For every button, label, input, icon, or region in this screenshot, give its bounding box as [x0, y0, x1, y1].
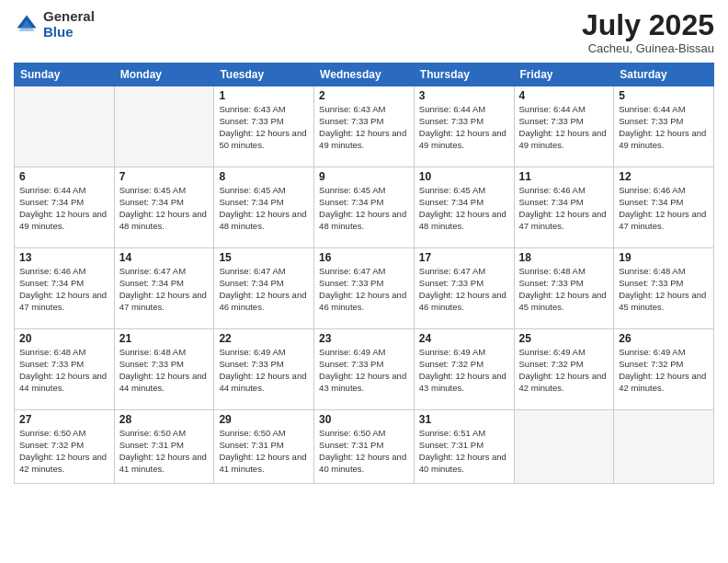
day-info: Sunrise: 6:44 AM Sunset: 7:34 PM Dayligh…: [19, 185, 109, 232]
day-number: 31: [419, 413, 509, 426]
day-cell: 17Sunrise: 6:47 AM Sunset: 7:33 PM Dayli…: [414, 248, 514, 329]
day-cell: 13Sunrise: 6:46 AM Sunset: 7:34 PM Dayli…: [15, 248, 115, 329]
week-row-5: 27Sunrise: 6:50 AM Sunset: 7:32 PM Dayli…: [15, 410, 714, 484]
day-cell: 19Sunrise: 6:48 AM Sunset: 7:33 PM Dayli…: [614, 248, 714, 329]
day-info: Sunrise: 6:50 AM Sunset: 7:31 PM Dayligh…: [319, 428, 409, 475]
day-number: 8: [219, 170, 309, 183]
day-number: 10: [419, 170, 509, 183]
day-info: Sunrise: 6:50 AM Sunset: 7:31 PM Dayligh…: [219, 428, 309, 475]
title-block: July 2025 Cacheu, Guinea-Bissau: [582, 9, 714, 55]
week-row-3: 13Sunrise: 6:46 AM Sunset: 7:34 PM Dayli…: [15, 248, 714, 329]
day-info: Sunrise: 6:49 AM Sunset: 7:32 PM Dayligh…: [419, 347, 509, 394]
day-cell: 20Sunrise: 6:48 AM Sunset: 7:33 PM Dayli…: [15, 329, 115, 410]
logo-blue: Blue: [43, 25, 95, 40]
day-info: Sunrise: 6:49 AM Sunset: 7:32 PM Dayligh…: [619, 347, 709, 394]
day-cell: 27Sunrise: 6:50 AM Sunset: 7:32 PM Dayli…: [15, 410, 115, 484]
day-number: 4: [519, 89, 609, 102]
calendar-header-sunday: Sunday: [15, 63, 115, 86]
calendar: SundayMondayTuesdayWednesdayThursdayFrid…: [14, 63, 714, 484]
day-cell: 1Sunrise: 6:43 AM Sunset: 7:33 PM Daylig…: [214, 86, 314, 167]
day-info: Sunrise: 6:49 AM Sunset: 7:32 PM Dayligh…: [519, 347, 609, 394]
day-info: Sunrise: 6:46 AM Sunset: 7:34 PM Dayligh…: [619, 185, 709, 232]
calendar-header-wednesday: Wednesday: [314, 63, 415, 86]
day-info: Sunrise: 6:43 AM Sunset: 7:33 PM Dayligh…: [219, 104, 309, 151]
day-cell: [114, 86, 214, 167]
day-number: 12: [619, 170, 709, 183]
day-info: Sunrise: 6:49 AM Sunset: 7:33 PM Dayligh…: [219, 347, 309, 394]
location: Cacheu, Guinea-Bissau: [582, 41, 714, 55]
day-cell: 10Sunrise: 6:45 AM Sunset: 7:34 PM Dayli…: [414, 167, 514, 248]
day-number: 23: [319, 332, 409, 345]
day-number: 15: [219, 251, 309, 264]
day-number: 5: [619, 89, 709, 102]
logo: General Blue: [14, 9, 95, 40]
day-info: Sunrise: 6:49 AM Sunset: 7:33 PM Dayligh…: [319, 347, 409, 394]
day-info: Sunrise: 6:48 AM Sunset: 7:33 PM Dayligh…: [19, 347, 109, 394]
week-row-4: 20Sunrise: 6:48 AM Sunset: 7:33 PM Dayli…: [15, 329, 714, 410]
day-number: 14: [119, 251, 210, 264]
day-number: 1: [219, 89, 309, 102]
calendar-header-thursday: Thursday: [414, 63, 514, 86]
day-info: Sunrise: 6:48 AM Sunset: 7:33 PM Dayligh…: [519, 266, 609, 313]
day-info: Sunrise: 6:47 AM Sunset: 7:33 PM Dayligh…: [319, 266, 409, 313]
day-number: 16: [319, 251, 409, 264]
day-number: 24: [419, 332, 509, 345]
calendar-header-tuesday: Tuesday: [214, 63, 314, 86]
day-number: 28: [119, 413, 210, 426]
day-cell: 7Sunrise: 6:45 AM Sunset: 7:34 PM Daylig…: [114, 167, 214, 248]
day-number: 17: [419, 251, 509, 264]
day-number: 20: [19, 332, 109, 345]
day-cell: 8Sunrise: 6:45 AM Sunset: 7:34 PM Daylig…: [214, 167, 314, 248]
day-cell: 30Sunrise: 6:50 AM Sunset: 7:31 PM Dayli…: [314, 410, 415, 484]
day-info: Sunrise: 6:50 AM Sunset: 7:32 PM Dayligh…: [19, 428, 109, 475]
day-info: Sunrise: 6:47 AM Sunset: 7:34 PM Dayligh…: [119, 266, 210, 313]
day-cell: [614, 410, 714, 484]
day-number: 22: [219, 332, 309, 345]
day-cell: 2Sunrise: 6:43 AM Sunset: 7:33 PM Daylig…: [314, 86, 415, 167]
day-cell: 15Sunrise: 6:47 AM Sunset: 7:34 PM Dayli…: [214, 248, 314, 329]
calendar-header-saturday: Saturday: [614, 63, 714, 86]
day-cell: 16Sunrise: 6:47 AM Sunset: 7:33 PM Dayli…: [314, 248, 415, 329]
header: General Blue July 2025 Cacheu, Guinea-Bi…: [14, 9, 714, 55]
day-number: 13: [19, 251, 109, 264]
day-info: Sunrise: 6:48 AM Sunset: 7:33 PM Dayligh…: [119, 347, 210, 394]
day-info: Sunrise: 6:44 AM Sunset: 7:33 PM Dayligh…: [419, 104, 509, 151]
day-info: Sunrise: 6:47 AM Sunset: 7:34 PM Dayligh…: [219, 266, 309, 313]
day-cell: 6Sunrise: 6:44 AM Sunset: 7:34 PM Daylig…: [15, 167, 115, 248]
day-number: 21: [119, 332, 210, 345]
day-number: 9: [319, 170, 409, 183]
day-cell: 9Sunrise: 6:45 AM Sunset: 7:34 PM Daylig…: [314, 167, 415, 248]
calendar-header-row: SundayMondayTuesdayWednesdayThursdayFrid…: [15, 63, 714, 86]
day-cell: 22Sunrise: 6:49 AM Sunset: 7:33 PM Dayli…: [214, 329, 314, 410]
day-cell: 31Sunrise: 6:51 AM Sunset: 7:31 PM Dayli…: [414, 410, 514, 484]
day-number: 30: [319, 413, 409, 426]
day-cell: 26Sunrise: 6:49 AM Sunset: 7:32 PM Dayli…: [614, 329, 714, 410]
day-cell: 29Sunrise: 6:50 AM Sunset: 7:31 PM Dayli…: [214, 410, 314, 484]
day-cell: 14Sunrise: 6:47 AM Sunset: 7:34 PM Dayli…: [114, 248, 214, 329]
day-info: Sunrise: 6:46 AM Sunset: 7:34 PM Dayligh…: [19, 266, 109, 313]
day-info: Sunrise: 6:48 AM Sunset: 7:33 PM Dayligh…: [619, 266, 709, 313]
day-cell: 4Sunrise: 6:44 AM Sunset: 7:33 PM Daylig…: [514, 86, 614, 167]
day-cell: 18Sunrise: 6:48 AM Sunset: 7:33 PM Dayli…: [514, 248, 614, 329]
day-info: Sunrise: 6:51 AM Sunset: 7:31 PM Dayligh…: [419, 428, 509, 475]
day-cell: [514, 410, 614, 484]
week-row-2: 6Sunrise: 6:44 AM Sunset: 7:34 PM Daylig…: [15, 167, 714, 248]
day-info: Sunrise: 6:43 AM Sunset: 7:33 PM Dayligh…: [319, 104, 409, 151]
day-info: Sunrise: 6:45 AM Sunset: 7:34 PM Dayligh…: [419, 185, 509, 232]
day-number: 29: [219, 413, 309, 426]
day-info: Sunrise: 6:45 AM Sunset: 7:34 PM Dayligh…: [119, 185, 210, 232]
day-number: 3: [419, 89, 509, 102]
day-number: 18: [519, 251, 609, 264]
day-cell: 3Sunrise: 6:44 AM Sunset: 7:33 PM Daylig…: [414, 86, 514, 167]
day-number: 27: [19, 413, 109, 426]
day-cell: 23Sunrise: 6:49 AM Sunset: 7:33 PM Dayli…: [314, 329, 415, 410]
day-number: 6: [19, 170, 109, 183]
day-cell: 5Sunrise: 6:44 AM Sunset: 7:33 PM Daylig…: [614, 86, 714, 167]
calendar-header-friday: Friday: [514, 63, 614, 86]
week-row-1: 1Sunrise: 6:43 AM Sunset: 7:33 PM Daylig…: [15, 86, 714, 167]
page: General Blue July 2025 Cacheu, Guinea-Bi…: [0, 0, 728, 563]
day-number: 26: [619, 332, 709, 345]
day-info: Sunrise: 6:47 AM Sunset: 7:33 PM Dayligh…: [419, 266, 509, 313]
logo-text: General Blue: [43, 9, 95, 40]
day-info: Sunrise: 6:46 AM Sunset: 7:34 PM Dayligh…: [519, 185, 609, 232]
